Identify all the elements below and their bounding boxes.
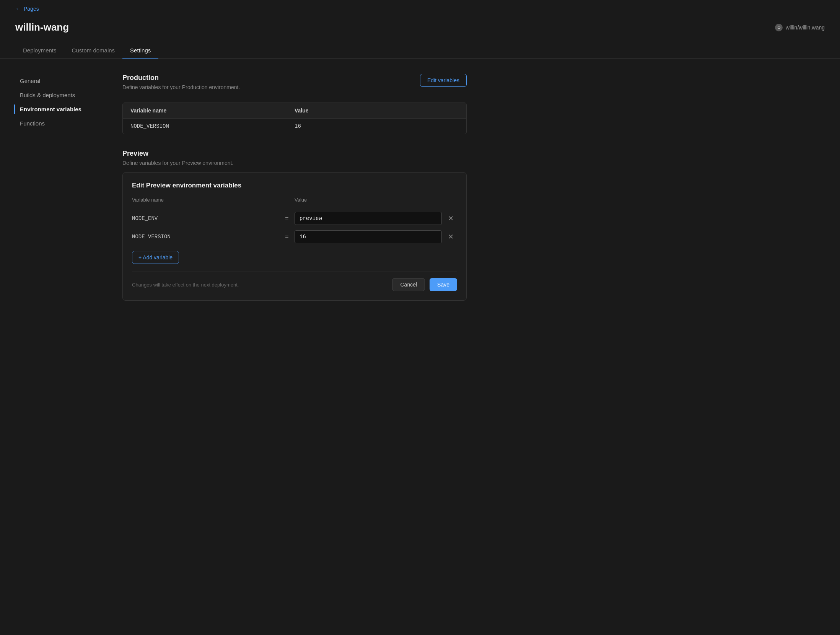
content-area: General Builds & deployments Environment… xyxy=(0,59,840,331)
edit-panel-footer: Changes will take effect on the next dep… xyxy=(132,278,457,291)
col-name-header: Variable name xyxy=(130,107,295,114)
tab-deployments[interactable]: Deployments xyxy=(15,42,64,58)
var-value-input-node-env[interactable] xyxy=(295,212,442,225)
cancel-button[interactable]: Cancel xyxy=(392,278,425,291)
production-desc: Define variables for your Production env… xyxy=(122,84,240,90)
production-variables-table: Variable name Value NODE_VERSION 16 xyxy=(122,103,467,134)
table-header: Variable name Value xyxy=(123,103,466,119)
save-button[interactable]: Save xyxy=(430,278,457,291)
edit-col-value-label: Value xyxy=(295,197,442,204)
user-avatar: ⊙ xyxy=(775,24,783,31)
user-info: ⊙ willin/willin.wang xyxy=(775,24,825,31)
sidebar-item-general[interactable]: General xyxy=(15,74,99,88)
edit-preview-panel: Edit Preview environment variables Varia… xyxy=(122,172,467,301)
var-row-node-env: NODE_ENV = ✕ xyxy=(132,212,457,225)
add-variable-button[interactable]: + Add variable xyxy=(132,251,179,264)
var-name-node-version: NODE_VERSION xyxy=(132,234,279,240)
table-row: NODE_VERSION 16 xyxy=(123,119,466,134)
col-value-header: Value xyxy=(295,107,459,114)
var-value-cell: 16 xyxy=(295,123,459,129)
production-title: Production xyxy=(122,74,240,82)
tab-custom-domains[interactable]: Custom domains xyxy=(64,42,123,58)
back-link[interactable]: ← Pages xyxy=(15,5,39,12)
edit-panel-title: Edit Preview environment variables xyxy=(132,182,457,189)
preview-desc: Define variables for your Preview enviro… xyxy=(122,160,467,166)
tabs-bar: Deployments Custom domains Settings xyxy=(0,42,840,59)
edit-variables-button[interactable]: Edit variables xyxy=(420,74,467,87)
sidebar-item-environment-variables[interactable]: Environment variables xyxy=(15,102,99,116)
remove-var-node-version-button[interactable]: ✕ xyxy=(445,231,456,243)
equals-sign-1: = xyxy=(279,215,295,222)
tab-settings[interactable]: Settings xyxy=(122,42,158,58)
project-title: willin-wang xyxy=(15,21,69,33)
preview-section: Preview Define variables for your Previe… xyxy=(122,150,467,301)
sidebar-item-functions[interactable]: Functions xyxy=(15,116,99,130)
sidebar-item-builds-deployments[interactable]: Builds & deployments xyxy=(15,88,99,102)
back-arrow-icon: ← xyxy=(15,5,21,12)
var-value-input-node-version[interactable] xyxy=(295,230,442,243)
var-row-node-version: NODE_VERSION = ✕ xyxy=(132,230,457,243)
edit-panel-column-labels: Variable name Value xyxy=(132,197,457,208)
preview-title: Preview xyxy=(122,150,467,158)
user-display: willin/willin.wang xyxy=(786,24,825,31)
back-link-label: Pages xyxy=(24,6,39,12)
sidebar: General Builds & deployments Environment… xyxy=(15,74,99,316)
edit-col-name-label: Variable name xyxy=(132,197,279,204)
panel-divider xyxy=(132,272,457,272)
footer-hint: Changes will take effect on the next dep… xyxy=(132,282,239,288)
production-section: Production Define variables for your Pro… xyxy=(122,74,467,134)
main-content: Production Define variables for your Pro… xyxy=(122,74,467,316)
remove-var-node-env-button[interactable]: ✕ xyxy=(445,213,456,224)
page-header: willin-wang ⊙ willin/willin.wang xyxy=(0,18,840,33)
var-name-node-env: NODE_ENV xyxy=(132,215,279,221)
var-name-cell: NODE_VERSION xyxy=(130,123,295,129)
equals-sign-2: = xyxy=(279,233,295,240)
footer-actions: Cancel Save xyxy=(392,278,457,291)
